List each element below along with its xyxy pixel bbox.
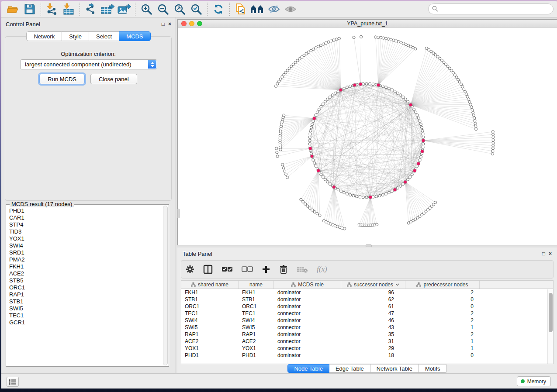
table-cell: dominator [274, 331, 341, 338]
table-cell: SWI5 [239, 324, 274, 331]
columns-icon[interactable] [203, 265, 213, 274]
import-table-icon[interactable] [61, 3, 76, 16]
split-divider-grip-horizontal[interactable] [366, 244, 372, 247]
table-row[interactable]: FKH1FKH1dominator962 [181, 289, 553, 296]
table-row[interactable]: STB1STB1dominator620 [181, 296, 553, 303]
table-scrollbar-thumb[interactable] [549, 293, 553, 332]
table-row[interactable]: ACE2ACE2connector311 [181, 338, 553, 345]
table-cell: PHD1 [239, 352, 274, 359]
status-bar: Memory [1, 373, 557, 389]
node-table-header: shared namenameMCDS rolesuccessor nodesp… [181, 281, 553, 289]
table-row[interactable]: TEC1TEC1connector472 [181, 310, 553, 317]
tab-mcds[interactable]: MCDS [119, 31, 150, 41]
mcds-result-item[interactable]: STB5 [9, 277, 162, 284]
mcds-result-item[interactable]: STP4 [9, 221, 162, 228]
optimization-label: Optimization criterion: [5, 51, 171, 57]
mcds-result-item[interactable]: FKH1 [9, 263, 162, 270]
column-header-MCDS-role[interactable]: MCDS role [274, 281, 341, 289]
mcds-result-item[interactable]: ORC1 [9, 284, 162, 291]
close-panel-button[interactable]: Close panel [90, 74, 137, 84]
mcds-result-item[interactable]: SWI5 [9, 305, 162, 312]
mcds-result-item[interactable]: TEC1 [9, 312, 162, 319]
show-all-icon[interactable] [283, 3, 298, 16]
tab-select[interactable]: Select [89, 31, 119, 41]
network-canvas[interactable] [178, 28, 557, 245]
export-image-icon[interactable] [117, 3, 131, 16]
table-cell: ORC1 [239, 303, 274, 310]
refresh-layout-icon[interactable] [211, 3, 226, 16]
table-cell: STB1 [181, 296, 239, 303]
node-table-body: FKH1FKH1dominator962STB1STB1dominator620… [181, 289, 553, 359]
open-file-icon[interactable] [6, 3, 21, 16]
column-header-name[interactable]: name [239, 281, 274, 289]
table-cell: 1 [405, 324, 480, 331]
table-cell: 0 [405, 296, 480, 303]
tab-network-table[interactable]: Network Table [370, 364, 419, 373]
mcds-result-title: MCDS result (17 nodes) [10, 201, 74, 207]
mcds-result-item[interactable]: SWI4 [9, 242, 162, 249]
table-row[interactable]: ORC1ORC1dominator610 [181, 303, 553, 310]
network-window-titlebar[interactable]: YPA_prune.txt_1 [178, 20, 557, 28]
network-graph[interactable] [178, 28, 556, 245]
float-table-panel-icon[interactable]: □ [542, 251, 545, 256]
tab-style[interactable]: Style [62, 31, 89, 41]
table-cell: SWI5 [181, 324, 239, 331]
table-row[interactable]: YOX1YOX1connector291 [181, 345, 553, 352]
import-network-icon[interactable] [45, 3, 59, 16]
mcds-result-item[interactable]: ACE2 [9, 270, 162, 277]
close-panel-icon[interactable]: × [168, 21, 171, 27]
deselect-all-icon[interactable] [242, 266, 253, 272]
close-table-panel-icon[interactable]: × [549, 251, 552, 256]
float-panel-icon[interactable]: □ [162, 21, 165, 27]
split-divider-grip-vertical[interactable] [177, 209, 180, 218]
tab-edge-table[interactable]: Edge Table [329, 364, 370, 373]
select-all-icon[interactable] [221, 266, 233, 272]
mcds-result-item[interactable]: STB1 [9, 298, 162, 305]
table-cell: connector [274, 324, 341, 331]
table-cell: 47 [341, 310, 405, 317]
first-neighbors-icon[interactable] [250, 3, 265, 16]
toolbar-separator [41, 3, 41, 16]
gear-icon[interactable] [186, 265, 194, 274]
column-header-successor-nodes[interactable]: successor nodes [341, 281, 405, 289]
column-header-shared-name[interactable]: shared name [181, 281, 239, 289]
mcds-result-item[interactable]: SRD1 [9, 249, 162, 256]
mcds-result-item[interactable]: CAR1 [9, 214, 162, 221]
function-icon: f(x) [317, 265, 327, 274]
task-history-button[interactable] [7, 377, 19, 387]
export-table-icon[interactable] [100, 3, 115, 16]
run-mcds-button[interactable]: Run MCDS [39, 74, 85, 84]
hide-selected-icon[interactable] [266, 3, 281, 16]
table-row[interactable]: PHD1PHD1dominator180 [181, 352, 553, 359]
add-icon[interactable] [262, 265, 270, 274]
mcds-result-item[interactable]: YOX1 [9, 235, 162, 242]
mcds-result-item[interactable]: GCR1 [9, 319, 162, 326]
table-scrollbar[interactable] [547, 289, 553, 364]
memory-button[interactable]: Memory [517, 376, 551, 386]
tab-motifs[interactable]: Motifs [419, 364, 447, 373]
delete-icon[interactable] [279, 265, 288, 274]
tab-node-table[interactable]: Node Table [287, 364, 329, 373]
table-row[interactable]: SWI5SWI5connector431 [181, 324, 553, 331]
zoom-fit-icon[interactable] [172, 3, 187, 16]
zoom-in-icon[interactable] [139, 3, 154, 16]
list-icon [9, 379, 16, 385]
mcds-result-scrollbar[interactable] [163, 206, 168, 365]
mcds-result-item[interactable]: TID3 [9, 228, 162, 235]
column-header-predecessor-nodes[interactable]: predecessor nodes [405, 281, 480, 289]
search-input[interactable] [428, 3, 554, 14]
zoom-out-icon[interactable] [156, 3, 170, 16]
control-panel-title: Control Panel [6, 21, 40, 28]
table-cell: ACE2 [239, 338, 274, 345]
save-icon[interactable] [22, 3, 37, 16]
mcds-result-item[interactable]: RAP1 [9, 291, 162, 298]
mcds-result-item[interactable]: PMA2 [9, 256, 162, 263]
tab-network[interactable]: Network [26, 31, 62, 41]
optimization-select[interactable]: largest connected component (undirected) [20, 59, 157, 69]
mcds-result-item[interactable]: PHD1 [9, 207, 162, 214]
table-row[interactable]: RAP1RAP1dominator352 [181, 331, 553, 338]
copy-network-icon[interactable] [233, 3, 248, 16]
export-network-icon[interactable] [83, 3, 98, 16]
zoom-selected-icon[interactable] [189, 3, 204, 16]
table-row[interactable]: SWI4SWI4dominator462 [181, 317, 553, 324]
